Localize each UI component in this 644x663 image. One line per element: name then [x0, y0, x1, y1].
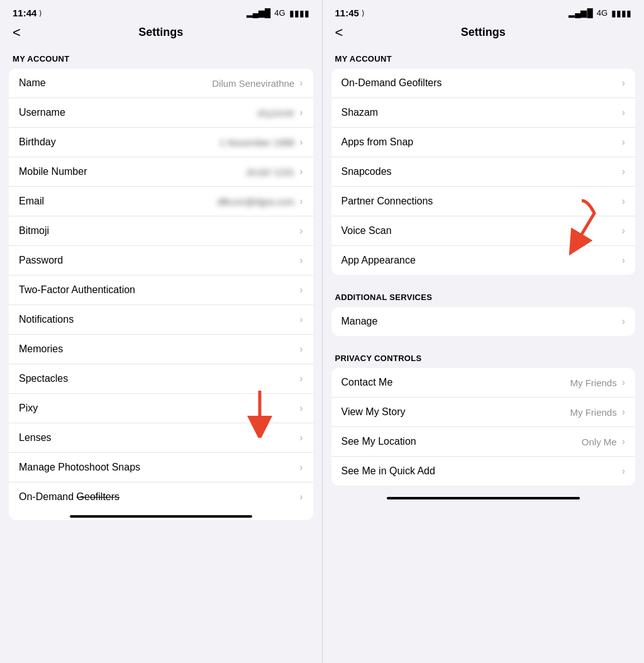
- birthday-chevron: ›: [299, 136, 303, 148]
- battery-icon: ▮▮▮▮: [289, 8, 309, 18]
- manage-chevron: ›: [622, 316, 625, 327]
- left-page-title: Settings: [138, 26, 183, 39]
- voice-scan-right: ›: [622, 225, 625, 237]
- app-appearance-right: ›: [622, 255, 625, 266]
- left-row-notifications[interactable]: Notifications ›: [9, 305, 313, 335]
- right-geofilters-chevron: ›: [622, 77, 625, 89]
- left-row-memories[interactable]: Memories ›: [9, 335, 313, 364]
- right-row-contact-me[interactable]: Contact Me My Friends ›: [331, 368, 636, 398]
- lenses-label: Lenses: [19, 432, 52, 443]
- location-label: See My Location: [341, 436, 416, 447]
- left-time: 11:44 ⟩: [13, 8, 42, 18]
- voice-scan-label: Voice Scan: [341, 225, 392, 237]
- left-row-pixy[interactable]: Pixy ›: [9, 394, 313, 423]
- right-geofilters-right: ›: [622, 77, 625, 89]
- notifications-label: Notifications: [19, 314, 74, 325]
- geofilters-label: On-Demand Geofilters: [19, 491, 119, 503]
- right-nav-header: < Settings: [323, 21, 645, 47]
- right-time-text: 11:45: [335, 8, 359, 18]
- name-chevron: ›: [299, 77, 303, 89]
- right-battery-icon: ▮▮▮▮: [611, 8, 631, 18]
- pixy-right: ›: [299, 403, 303, 414]
- left-row-bitmoji[interactable]: Bitmoji ›: [9, 216, 313, 246]
- memories-chevron: ›: [299, 343, 303, 355]
- bitmoji-chevron: ›: [299, 225, 303, 237]
- bitmoji-right: ›: [299, 225, 303, 237]
- contact-me-value: My Friends: [570, 377, 616, 388]
- birthday-label: Birthday: [19, 136, 56, 148]
- email-right: dlkrum@dgra.com ›: [217, 196, 303, 207]
- left-row-email[interactable]: Email dlkrum@dgra.com ›: [9, 187, 313, 216]
- right-location-icon: ⟩: [362, 9, 365, 18]
- left-row-2fa[interactable]: Two-Factor Authentication ›: [9, 276, 313, 305]
- right-my-account-label: MY ACCOUNT: [323, 47, 645, 69]
- right-row-apps-from-snap[interactable]: Apps from Snap ›: [331, 128, 636, 157]
- quick-add-right: ›: [622, 465, 625, 477]
- quick-add-label: See Me in Quick Add: [341, 465, 435, 477]
- left-status-right: ▂▄▆█ 4G ▮▮▮▮: [247, 8, 309, 18]
- right-row-geofilters[interactable]: On-Demand Geofilters ›: [331, 69, 636, 98]
- right-row-voice-scan[interactable]: Voice Scan ›: [331, 216, 636, 246]
- notifications-chevron: ›: [299, 314, 303, 325]
- spectacles-chevron: ›: [299, 373, 303, 384]
- voice-scan-chevron: ›: [622, 225, 625, 237]
- view-story-right: My Friends ›: [570, 406, 625, 418]
- spectacles-label: Spectacles: [19, 373, 68, 384]
- right-red-arrow: [525, 198, 601, 254]
- left-row-birthday[interactable]: Birthday 1 November 1988 ›: [9, 128, 313, 157]
- snapcodes-label: Snapcodes: [341, 166, 392, 177]
- right-home-indicator: [387, 497, 580, 499]
- 2fa-right: ›: [299, 284, 303, 296]
- partner-label: Partner Connections: [341, 196, 433, 207]
- right-row-shazam[interactable]: Shazam ›: [331, 98, 636, 128]
- pixy-chevron: ›: [299, 403, 303, 414]
- right-row-location[interactable]: See My Location Only Me ›: [331, 427, 636, 457]
- location-arrow-icon: ⟩: [39, 9, 42, 18]
- manage-right: ›: [622, 316, 625, 327]
- right-status-right: ▂▄▆█ 4G ▮▮▮▮: [569, 8, 631, 18]
- right-status-bar: 11:45 ⟩ ▂▄▆█ 4G ▮▮▮▮: [323, 0, 645, 21]
- mobile-value: Jin1b/ 1231: [246, 167, 295, 177]
- left-row-username[interactable]: Username d1y1m4r ›: [9, 98, 313, 128]
- name-right: Dilum Senevirathne ›: [212, 77, 303, 89]
- password-chevron: ›: [299, 255, 303, 266]
- right-row-manage[interactable]: Manage ›: [331, 307, 636, 336]
- password-label: Password: [19, 255, 63, 266]
- left-row-name[interactable]: Name Dilum Senevirathne ›: [9, 69, 313, 98]
- right-network-label: 4G: [597, 8, 608, 18]
- mobile-right: Jin1b/ 1231 ›: [246, 166, 303, 177]
- 2fa-label: Two-Factor Authentication: [19, 284, 135, 296]
- left-back-button[interactable]: <: [13, 25, 21, 41]
- mobile-label: Mobile Number: [19, 166, 87, 177]
- snapcodes-right: ›: [622, 166, 625, 177]
- right-additional-services-label: ADDITIONAL SERVICES: [323, 285, 645, 307]
- left-home-indicator: [70, 515, 252, 518]
- quick-add-chevron: ›: [622, 465, 625, 477]
- photoshoot-label: Manage Photoshoot Snaps: [19, 462, 140, 473]
- view-story-chevron: ›: [622, 406, 625, 418]
- view-story-label: View My Story: [341, 406, 406, 418]
- partner-chevron: ›: [622, 196, 625, 207]
- view-story-value: My Friends: [570, 407, 616, 418]
- shazam-right: ›: [622, 107, 625, 118]
- right-privacy-card: Contact Me My Friends › View My Story My…: [331, 368, 636, 486]
- right-row-quick-add[interactable]: See Me in Quick Add ›: [331, 457, 636, 486]
- left-row-geofilters[interactable]: On-Demand Geofilters ›: [9, 482, 313, 511]
- right-row-view-story[interactable]: View My Story My Friends ›: [331, 398, 636, 427]
- left-settings-card: Name Dilum Senevirathne › Username d1y1m…: [9, 69, 313, 520]
- right-row-snapcodes[interactable]: Snapcodes ›: [331, 157, 636, 187]
- location-value: Only Me: [582, 437, 617, 447]
- contact-me-right: My Friends ›: [570, 377, 625, 388]
- contact-me-label: Contact Me: [341, 377, 393, 388]
- left-row-mobile[interactable]: Mobile Number Jin1b/ 1231 ›: [9, 157, 313, 187]
- username-right: d1y1m4r ›: [258, 107, 303, 118]
- right-back-button[interactable]: <: [335, 25, 343, 41]
- left-row-photoshoot[interactable]: Manage Photoshoot Snaps ›: [9, 453, 313, 482]
- manage-label: Manage: [341, 316, 378, 327]
- location-right: Only Me ›: [582, 436, 625, 447]
- mobile-chevron: ›: [299, 166, 303, 177]
- left-row-password[interactable]: Password ›: [9, 246, 313, 276]
- name-value: Dilum Senevirathne: [212, 78, 294, 89]
- snapcodes-chevron: ›: [622, 166, 625, 177]
- contact-me-chevron: ›: [622, 377, 625, 388]
